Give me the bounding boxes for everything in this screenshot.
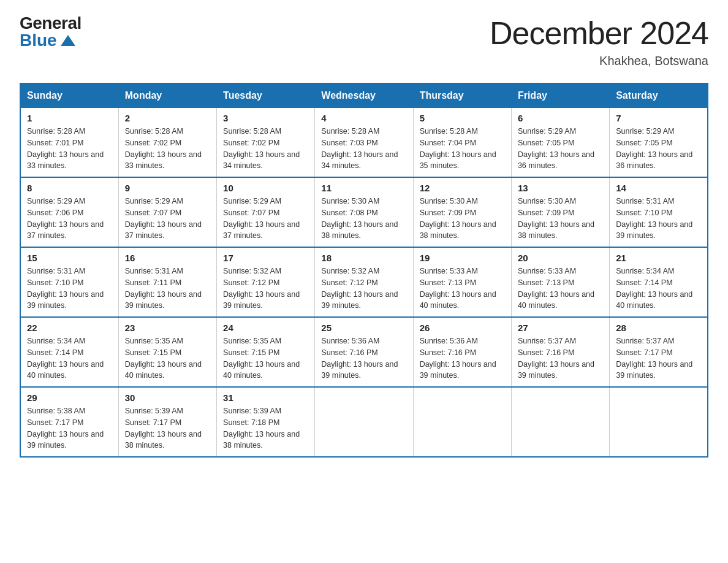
day-number: 2 [125, 113, 210, 123]
day-number: 14 [616, 183, 701, 193]
day-number: 17 [223, 253, 308, 263]
logo-triangle-icon [61, 35, 75, 46]
logo: General Blue [20, 15, 82, 49]
calendar-header: SundayMondayTuesdayWednesdayThursdayFrid… [20, 83, 708, 108]
logo-general-text: General [20, 15, 82, 32]
day-number: 20 [518, 253, 603, 263]
day-info: Sunrise: 5:28 AMSunset: 7:02 PMDaylight:… [223, 126, 308, 172]
day-number: 1 [27, 113, 112, 123]
calendar-cell: 5Sunrise: 5:28 AMSunset: 7:04 PMDaylight… [413, 108, 511, 178]
page-header: General Blue December 2024 Khakhea, Bots… [20, 15, 708, 68]
day-info: Sunrise: 5:34 AMSunset: 7:14 PMDaylight:… [616, 266, 701, 312]
calendar-cell: 16Sunrise: 5:31 AMSunset: 7:11 PMDayligh… [118, 247, 216, 317]
calendar-cell: 7Sunrise: 5:29 AMSunset: 7:05 PMDaylight… [610, 108, 708, 178]
calendar-cell: 25Sunrise: 5:36 AMSunset: 7:16 PMDayligh… [315, 317, 413, 387]
calendar-cell: 3Sunrise: 5:28 AMSunset: 7:02 PMDaylight… [217, 108, 315, 178]
day-number: 15 [27, 253, 112, 263]
day-info: Sunrise: 5:32 AMSunset: 7:12 PMDaylight:… [223, 266, 308, 312]
header-cell-monday: Monday [118, 83, 216, 108]
calendar-cell: 24Sunrise: 5:35 AMSunset: 7:15 PMDayligh… [217, 317, 315, 387]
calendar-cell [511, 387, 609, 457]
day-number: 24 [223, 323, 308, 333]
calendar-cell: 12Sunrise: 5:30 AMSunset: 7:09 PMDayligh… [413, 177, 511, 247]
day-info: Sunrise: 5:28 AMSunset: 7:02 PMDaylight:… [125, 126, 210, 172]
day-number: 6 [518, 113, 603, 123]
day-number: 8 [27, 183, 112, 193]
calendar-cell: 13Sunrise: 5:30 AMSunset: 7:09 PMDayligh… [511, 177, 609, 247]
calendar-cell: 2Sunrise: 5:28 AMSunset: 7:02 PMDaylight… [118, 108, 216, 178]
day-info: Sunrise: 5:29 AMSunset: 7:06 PMDaylight:… [27, 196, 112, 242]
calendar-cell: 11Sunrise: 5:30 AMSunset: 7:08 PMDayligh… [315, 177, 413, 247]
day-info: Sunrise: 5:31 AMSunset: 7:10 PMDaylight:… [616, 196, 701, 242]
day-number: 26 [420, 323, 505, 333]
calendar-cell: 19Sunrise: 5:33 AMSunset: 7:13 PMDayligh… [413, 247, 511, 317]
header-cell-wednesday: Wednesday [315, 83, 413, 108]
calendar-cell: 26Sunrise: 5:36 AMSunset: 7:16 PMDayligh… [413, 317, 511, 387]
day-number: 5 [420, 113, 505, 123]
day-number: 31 [223, 393, 308, 403]
day-number: 18 [321, 253, 406, 263]
calendar-cell: 21Sunrise: 5:34 AMSunset: 7:14 PMDayligh… [610, 247, 708, 317]
day-number: 13 [518, 183, 603, 193]
day-number: 22 [27, 323, 112, 333]
calendar-week-1: 1Sunrise: 5:28 AMSunset: 7:01 PMDaylight… [20, 108, 708, 178]
header-cell-thursday: Thursday [413, 83, 511, 108]
calendar-week-4: 22Sunrise: 5:34 AMSunset: 7:14 PMDayligh… [20, 317, 708, 387]
calendar-week-2: 8Sunrise: 5:29 AMSunset: 7:06 PMDaylight… [20, 177, 708, 247]
header-row: SundayMondayTuesdayWednesdayThursdayFrid… [20, 83, 708, 108]
header-cell-friday: Friday [511, 83, 609, 108]
day-info: Sunrise: 5:38 AMSunset: 7:17 PMDaylight:… [27, 405, 112, 451]
day-number: 23 [125, 323, 210, 333]
day-number: 12 [420, 183, 505, 193]
day-number: 19 [420, 253, 505, 263]
calendar-cell: 10Sunrise: 5:29 AMSunset: 7:07 PMDayligh… [217, 177, 315, 247]
day-info: Sunrise: 5:28 AMSunset: 7:01 PMDaylight:… [27, 126, 112, 172]
day-info: Sunrise: 5:32 AMSunset: 7:12 PMDaylight:… [321, 266, 406, 312]
day-info: Sunrise: 5:39 AMSunset: 7:17 PMDaylight:… [125, 405, 210, 451]
day-number: 28 [616, 323, 701, 333]
calendar-cell: 20Sunrise: 5:33 AMSunset: 7:13 PMDayligh… [511, 247, 609, 317]
day-info: Sunrise: 5:30 AMSunset: 7:09 PMDaylight:… [420, 196, 505, 242]
day-info: Sunrise: 5:35 AMSunset: 7:15 PMDaylight:… [223, 335, 308, 381]
calendar-cell: 9Sunrise: 5:29 AMSunset: 7:07 PMDaylight… [118, 177, 216, 247]
calendar-cell: 30Sunrise: 5:39 AMSunset: 7:17 PMDayligh… [118, 387, 216, 457]
day-number: 11 [321, 183, 406, 193]
calendar-cell: 27Sunrise: 5:37 AMSunset: 7:16 PMDayligh… [511, 317, 609, 387]
title-block: December 2024 Khakhea, Botswana [490, 15, 708, 68]
day-info: Sunrise: 5:37 AMSunset: 7:16 PMDaylight:… [518, 335, 603, 381]
day-number: 27 [518, 323, 603, 333]
calendar-cell: 31Sunrise: 5:39 AMSunset: 7:18 PMDayligh… [217, 387, 315, 457]
day-info: Sunrise: 5:30 AMSunset: 7:08 PMDaylight:… [321, 196, 406, 242]
calendar-cell: 6Sunrise: 5:29 AMSunset: 7:05 PMDaylight… [511, 108, 609, 178]
location-subtitle: Khakhea, Botswana [490, 54, 708, 68]
calendar-cell: 23Sunrise: 5:35 AMSunset: 7:15 PMDayligh… [118, 317, 216, 387]
header-cell-tuesday: Tuesday [217, 83, 315, 108]
day-info: Sunrise: 5:34 AMSunset: 7:14 PMDaylight:… [27, 335, 112, 381]
day-info: Sunrise: 5:29 AMSunset: 7:05 PMDaylight:… [518, 126, 603, 172]
day-info: Sunrise: 5:29 AMSunset: 7:05 PMDaylight:… [616, 126, 701, 172]
calendar-cell: 18Sunrise: 5:32 AMSunset: 7:12 PMDayligh… [315, 247, 413, 317]
day-info: Sunrise: 5:39 AMSunset: 7:18 PMDaylight:… [223, 405, 308, 451]
day-info: Sunrise: 5:37 AMSunset: 7:17 PMDaylight:… [616, 335, 701, 381]
calendar-week-5: 29Sunrise: 5:38 AMSunset: 7:17 PMDayligh… [20, 387, 708, 457]
day-number: 29 [27, 393, 112, 403]
day-info: Sunrise: 5:31 AMSunset: 7:10 PMDaylight:… [27, 266, 112, 312]
day-info: Sunrise: 5:29 AMSunset: 7:07 PMDaylight:… [223, 196, 308, 242]
month-title: December 2024 [490, 15, 708, 52]
calendar-cell: 17Sunrise: 5:32 AMSunset: 7:12 PMDayligh… [217, 247, 315, 317]
header-cell-sunday: Sunday [20, 83, 118, 108]
day-number: 10 [223, 183, 308, 193]
calendar-body: 1Sunrise: 5:28 AMSunset: 7:01 PMDaylight… [20, 108, 708, 458]
day-info: Sunrise: 5:36 AMSunset: 7:16 PMDaylight:… [420, 335, 505, 381]
calendar-cell: 1Sunrise: 5:28 AMSunset: 7:01 PMDaylight… [20, 108, 118, 178]
calendar-cell: 29Sunrise: 5:38 AMSunset: 7:17 PMDayligh… [20, 387, 118, 457]
day-info: Sunrise: 5:30 AMSunset: 7:09 PMDaylight:… [518, 196, 603, 242]
day-info: Sunrise: 5:28 AMSunset: 7:03 PMDaylight:… [321, 126, 406, 172]
day-number: 4 [321, 113, 406, 123]
day-info: Sunrise: 5:36 AMSunset: 7:16 PMDaylight:… [321, 335, 406, 381]
header-cell-saturday: Saturday [610, 83, 708, 108]
calendar-cell: 4Sunrise: 5:28 AMSunset: 7:03 PMDaylight… [315, 108, 413, 178]
day-info: Sunrise: 5:31 AMSunset: 7:11 PMDaylight:… [125, 266, 210, 312]
calendar-cell: 14Sunrise: 5:31 AMSunset: 7:10 PMDayligh… [610, 177, 708, 247]
day-number: 25 [321, 323, 406, 333]
